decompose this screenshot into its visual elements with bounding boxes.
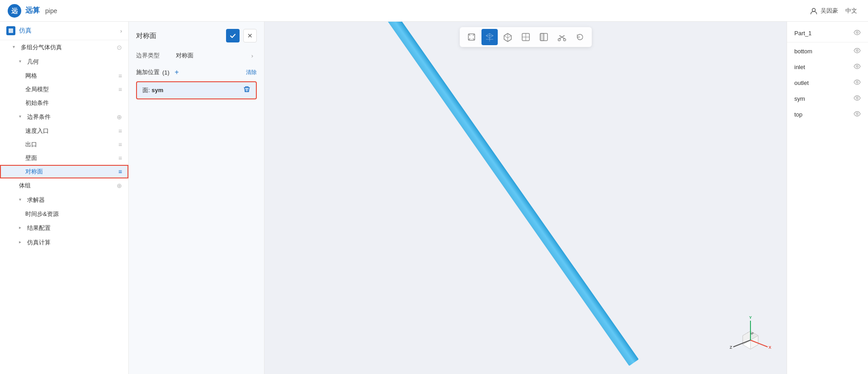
sidebar-item-solver[interactable]: ▾ 求解器: [0, 193, 128, 207]
sidebar-item-velocity-inlet[interactable]: 速度入口 ≡: [0, 124, 128, 138]
boundary-type-text: 对称面: [176, 51, 193, 60]
trash-icon: [243, 86, 250, 93]
user-icon: [810, 7, 818, 15]
sidebar-item-sim-calc[interactable]: ▸ 仿真计算: [0, 235, 128, 250]
pipe-visualization: [264, 22, 787, 374]
app-title: pipe: [45, 7, 57, 14]
sidebar-item-label: 多组分气体仿真: [21, 43, 62, 51]
check-icon: [229, 32, 236, 39]
add-position-button[interactable]: +: [172, 68, 181, 77]
logo: 远 远算: [7, 4, 40, 18]
svg-text:Z: Z: [730, 345, 732, 350]
multi-gas-action-icon[interactable]: ⊙: [117, 44, 122, 51]
svg-text:远: 远: [11, 7, 18, 14]
position-item-sym: 面: sym: [136, 81, 257, 99]
svg-point-23: [856, 113, 858, 115]
sidebar-item-label: 几何: [27, 58, 39, 66]
visibility-toggle-outlet[interactable]: [854, 79, 861, 87]
sidebar-item-init-condition[interactable]: 初始条件: [0, 96, 128, 110]
right-panel-item-sym[interactable]: sym: [787, 91, 868, 107]
body-group-add-icon[interactable]: ⊕: [117, 182, 122, 189]
position-value: sym: [151, 87, 163, 94]
right-panel-item-top[interactable]: top: [787, 107, 868, 122]
right-panel-item-part1[interactable]: Part_1: [787, 25, 868, 41]
sidebar-item-label: 时间步&资源: [25, 210, 59, 218]
divider-1: [787, 42, 868, 42]
sim-icon: [6, 26, 15, 35]
sidebar-item-label: 求解器: [27, 196, 45, 204]
boundary-type-chevron-icon: ›: [251, 52, 253, 59]
position-prefix: 面:: [142, 87, 150, 94]
sidebar-item-label: 全局模型: [25, 85, 49, 94]
symmetry-action-icon[interactable]: ≡: [118, 168, 122, 175]
visibility-toggle-sym[interactable]: [854, 94, 861, 103]
svg-point-2: [812, 8, 816, 11]
sidebar-item-geometry[interactable]: ▾ 几何: [0, 55, 128, 69]
confirm-button[interactable]: [226, 29, 240, 42]
expand-multi-gas-icon: ▾: [13, 44, 19, 51]
position-count: (1): [162, 69, 170, 76]
sidebar-item-multi-gas[interactable]: ▾ 多组分气体仿真 ⊙: [0, 40, 128, 55]
right-panel-item-inlet[interactable]: inlet: [787, 59, 868, 75]
sidebar-item-body-group[interactable]: 体组 ⊕: [0, 178, 128, 193]
sidebar-item-boundary[interactable]: ▾ 边界条件 ⊕: [0, 110, 128, 124]
sidebar: 仿真 › ▾ 多组分气体仿真 ⊙ ▾ 几何 网格 ≡ 全局模型 ≡: [0, 22, 129, 374]
visibility-toggle-inlet[interactable]: [854, 63, 861, 71]
sidebar-item-label: 速度入口: [25, 127, 49, 135]
sidebar-item-wall[interactable]: 壁面 ≡: [0, 151, 128, 165]
user-name: 吴因豪: [821, 7, 838, 15]
delete-position-button[interactable]: [243, 86, 250, 95]
boundary-add-icon[interactable]: ⊕: [117, 113, 122, 121]
right-panel-item-label: sym: [794, 95, 805, 102]
sidebar-item-label: 边界条件: [27, 113, 51, 121]
close-button[interactable]: ✕: [243, 29, 257, 42]
svg-text:Y: Y: [749, 315, 752, 320]
right-panel-item-bottom[interactable]: bottom: [787, 43, 868, 59]
viewport[interactable]: TOP X Y Z: [264, 22, 787, 374]
user-info[interactable]: 吴因豪: [810, 7, 838, 15]
svg-point-21: [856, 81, 858, 83]
expand-solver-icon: ▾: [19, 197, 25, 203]
visibility-toggle-bottom[interactable]: [854, 47, 861, 56]
sidebar-item-global-model[interactable]: 全局模型 ≡: [0, 83, 128, 96]
visibility-toggle-part1[interactable]: [854, 29, 861, 37]
clear-button[interactable]: 清除: [246, 69, 257, 76]
svg-text:X: X: [769, 345, 771, 350]
boundary-type-value[interactable]: 对称面 ›: [172, 50, 257, 61]
position-item-text: 面: sym: [142, 86, 163, 94]
sidebar-item-mesh[interactable]: 网格 ≡: [0, 69, 128, 83]
sidebar-item-label: 体组: [19, 182, 31, 190]
close-icon: ✕: [247, 32, 253, 39]
sidebar-item-label: 初始条件: [25, 99, 49, 107]
position-label: 施加位置: [136, 68, 160, 76]
svg-point-18: [856, 32, 858, 33]
header: 远 远算 pipe 吴因豪 中文: [0, 0, 868, 22]
svg-rect-10: [385, 22, 639, 366]
sidebar-collapse-icon[interactable]: ›: [120, 28, 122, 34]
sidebar-item-time-resources[interactable]: 时间步&资源: [0, 207, 128, 221]
sidebar-item-label: 对称面: [25, 168, 43, 176]
sidebar-title: 仿真: [19, 27, 32, 35]
lang-switch[interactable]: 中文: [845, 7, 857, 15]
sidebar-item-label: 出口: [25, 140, 37, 149]
right-panel-item-outlet[interactable]: outlet: [787, 75, 868, 91]
sidebar-header: 仿真 ›: [0, 22, 128, 40]
panel: 对称面 ✕ 边界类型 对称面 › 施加位置 (1: [129, 22, 264, 374]
expand-result-config-icon: ▸: [19, 225, 25, 231]
expand-boundary-icon: ▾: [19, 114, 25, 120]
sidebar-item-label: 仿真计算: [27, 238, 51, 247]
right-panel-item-label: inlet: [794, 64, 805, 70]
sidebar-item-label: 结果配置: [27, 224, 51, 232]
visibility-toggle-top[interactable]: [854, 110, 861, 119]
outlet-action-icon: ≡: [118, 141, 122, 148]
sidebar-item-result-config[interactable]: ▸ 结果配置: [0, 221, 128, 235]
sidebar-item-label: 网格: [25, 72, 37, 80]
right-panel: Part_1 bottom inlet outlet sym: [787, 22, 868, 374]
sidebar-item-outlet[interactable]: 出口 ≡: [0, 138, 128, 151]
sidebar-item-label: 壁面: [25, 154, 37, 162]
svg-point-20: [856, 65, 858, 67]
main-layout: 仿真 › ▾ 多组分气体仿真 ⊙ ▾ 几何 网格 ≡ 全局模型 ≡: [0, 22, 868, 374]
right-panel-item-label: top: [794, 111, 802, 118]
sidebar-item-symmetry[interactable]: 对称面 ≡: [0, 165, 128, 178]
velocity-inlet-action-icon: ≡: [118, 127, 122, 135]
